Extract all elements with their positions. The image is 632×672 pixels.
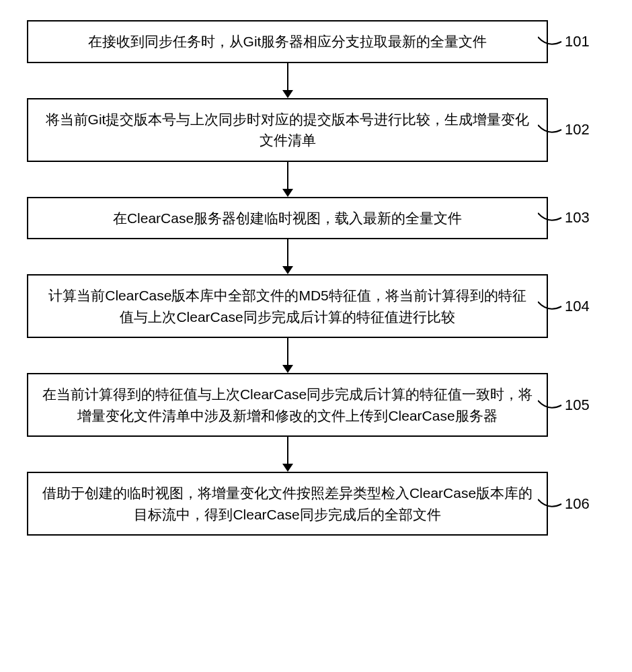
step-box-1: 在接收到同步任务时，从Git服务器相应分支拉取最新的全量文件 [27, 20, 548, 63]
step-text-5: 在当前计算得到的特征值与上次ClearCase同步完成后计算的特征值一致时，将增… [42, 386, 532, 423]
step-label-2: 102 [565, 121, 605, 138]
step-box-2: 将当前Git提交版本号与上次同步时对应的提交版本号进行比较，生成增量变化文件清单 [27, 98, 548, 162]
step-label-6: 106 [565, 495, 605, 513]
step-label-4: 104 [565, 298, 605, 315]
arrow-1 [282, 63, 350, 98]
step-text-6: 借助于创建的临时视图，将增量变化文件按照差异类型检入ClearCase版本库的目… [42, 485, 532, 522]
arrow-2 [282, 162, 350, 197]
arrow-4 [282, 338, 350, 373]
step-box-6: 借助于创建的临时视图，将增量变化文件按照差异类型检入ClearCase版本库的目… [27, 472, 548, 536]
step-text-1: 在接收到同步任务时，从Git服务器相应分支拉取最新的全量文件 [88, 34, 487, 49]
step-container-1: 在接收到同步任务时，从Git服务器相应分支拉取最新的全量文件 101 [27, 20, 605, 63]
step-container-5: 在当前计算得到的特征值与上次ClearCase同步完成后计算的特征值一致时，将增… [27, 373, 605, 437]
step-text-3: 在ClearCase服务器创建临时视图，载入最新的全量文件 [113, 210, 462, 226]
step-text-4: 计算当前ClearCase版本库中全部文件的MD5特征值，将当前计算得到的特征值… [48, 288, 526, 325]
flowchart-diagram: 在接收到同步任务时，从Git服务器相应分支拉取最新的全量文件 101 将当前Gi… [27, 20, 605, 536]
step-label-3: 103 [565, 209, 605, 226]
step-container-4: 计算当前ClearCase版本库中全部文件的MD5特征值，将当前计算得到的特征值… [27, 274, 605, 338]
step-box-4: 计算当前ClearCase版本库中全部文件的MD5特征值，将当前计算得到的特征值… [27, 274, 548, 338]
arrow-5 [282, 437, 350, 472]
arrow-3 [282, 239, 350, 274]
step-container-2: 将当前Git提交版本号与上次同步时对应的提交版本号进行比较，生成增量变化文件清单… [27, 98, 605, 162]
step-label-1: 101 [565, 33, 605, 50]
step-container-3: 在ClearCase服务器创建临时视图，载入最新的全量文件 103 [27, 197, 605, 240]
step-container-6: 借助于创建的临时视图，将增量变化文件按照差异类型检入ClearCase版本库的目… [27, 472, 605, 536]
step-box-3: 在ClearCase服务器创建临时视图，载入最新的全量文件 [27, 197, 548, 240]
step-text-2: 将当前Git提交版本号与上次同步时对应的提交版本号进行比较，生成增量变化文件清单 [46, 112, 530, 149]
step-label-5: 105 [565, 396, 605, 414]
step-box-5: 在当前计算得到的特征值与上次ClearCase同步完成后计算的特征值一致时，将增… [27, 373, 548, 437]
